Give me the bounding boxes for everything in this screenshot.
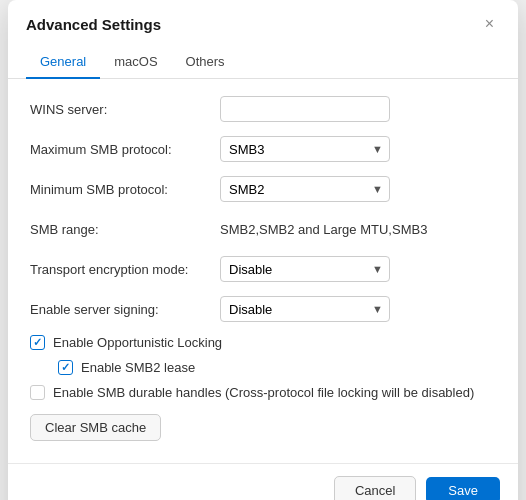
max-smb-row: Maximum SMB protocol: SMB1 SMB2 SMB3 ▼	[30, 135, 496, 163]
dialog-header: Advanced Settings ×	[8, 0, 518, 34]
transport-encryption-label: Transport encryption mode:	[30, 262, 220, 277]
dialog-footer: Cancel Save	[8, 463, 518, 500]
max-smb-control: SMB1 SMB2 SMB3 ▼	[220, 136, 496, 162]
smb-range-label: SMB range:	[30, 222, 220, 237]
tab-general[interactable]: General	[26, 48, 100, 79]
wins-server-label: WINS server:	[30, 102, 220, 117]
smb-range-text: SMB2,SMB2 and Large MTU,SMB3	[220, 222, 427, 237]
close-button[interactable]: ×	[479, 14, 500, 34]
server-signing-control: Disable Enable ▼	[220, 296, 496, 322]
wins-server-row: WINS server:	[30, 95, 496, 123]
server-signing-row: Enable server signing: Disable Enable ▼	[30, 295, 496, 323]
transport-encryption-control: Disable Enable ▼	[220, 256, 496, 282]
server-signing-select-wrapper: Disable Enable ▼	[220, 296, 390, 322]
cancel-button[interactable]: Cancel	[334, 476, 416, 500]
server-signing-label: Enable server signing:	[30, 302, 220, 317]
opportunistic-locking-checkmark: ✓	[33, 337, 42, 348]
opportunistic-locking-checkbox[interactable]: ✓	[30, 335, 45, 350]
min-smb-row: Minimum SMB protocol: SMB1 SMB2 SMB3 ▼	[30, 175, 496, 203]
min-smb-control: SMB1 SMB2 SMB3 ▼	[220, 176, 496, 202]
server-signing-select[interactable]: Disable Enable	[220, 296, 390, 322]
max-smb-label: Maximum SMB protocol:	[30, 142, 220, 157]
opportunistic-locking-label[interactable]: Enable Opportunistic Locking	[53, 335, 222, 350]
wins-server-control	[220, 96, 496, 122]
smb-range-value: SMB2,SMB2 and Large MTU,SMB3	[220, 222, 496, 237]
dialog-title: Advanced Settings	[26, 16, 161, 33]
opportunistic-locking-row: ✓ Enable Opportunistic Locking	[30, 335, 496, 350]
transport-encryption-select[interactable]: Disable Enable	[220, 256, 390, 282]
max-smb-select[interactable]: SMB1 SMB2 SMB3	[220, 136, 390, 162]
smb2-lease-checkbox[interactable]: ✓	[58, 360, 73, 375]
smb-durable-row: ✓ Enable SMB durable handles (Cross-prot…	[30, 385, 496, 400]
advanced-settings-dialog: Advanced Settings × General macOS Others…	[8, 0, 518, 500]
tab-others[interactable]: Others	[172, 48, 239, 79]
wins-server-input[interactable]	[220, 96, 390, 122]
form-body: WINS server: Maximum SMB protocol: SMB1 …	[8, 79, 518, 457]
tab-bar: General macOS Others	[8, 38, 518, 79]
max-smb-select-wrapper: SMB1 SMB2 SMB3 ▼	[220, 136, 390, 162]
clear-smb-cache-button[interactable]: Clear SMB cache	[30, 414, 161, 441]
min-smb-select-wrapper: SMB1 SMB2 SMB3 ▼	[220, 176, 390, 202]
smb-durable-label[interactable]: Enable SMB durable handles (Cross-protoc…	[53, 385, 474, 400]
transport-encryption-select-wrapper: Disable Enable ▼	[220, 256, 390, 282]
save-button[interactable]: Save	[426, 477, 500, 500]
tab-macos[interactable]: macOS	[100, 48, 171, 79]
smb-durable-checkbox[interactable]: ✓	[30, 385, 45, 400]
smb2-lease-row: ✓ Enable SMB2 lease	[30, 360, 496, 375]
min-smb-select[interactable]: SMB1 SMB2 SMB3	[220, 176, 390, 202]
transport-encryption-row: Transport encryption mode: Disable Enabl…	[30, 255, 496, 283]
smb-range-row: SMB range: SMB2,SMB2 and Large MTU,SMB3	[30, 215, 496, 243]
smb2-lease-checkmark: ✓	[61, 362, 70, 373]
min-smb-label: Minimum SMB protocol:	[30, 182, 220, 197]
smb2-lease-label[interactable]: Enable SMB2 lease	[81, 360, 195, 375]
